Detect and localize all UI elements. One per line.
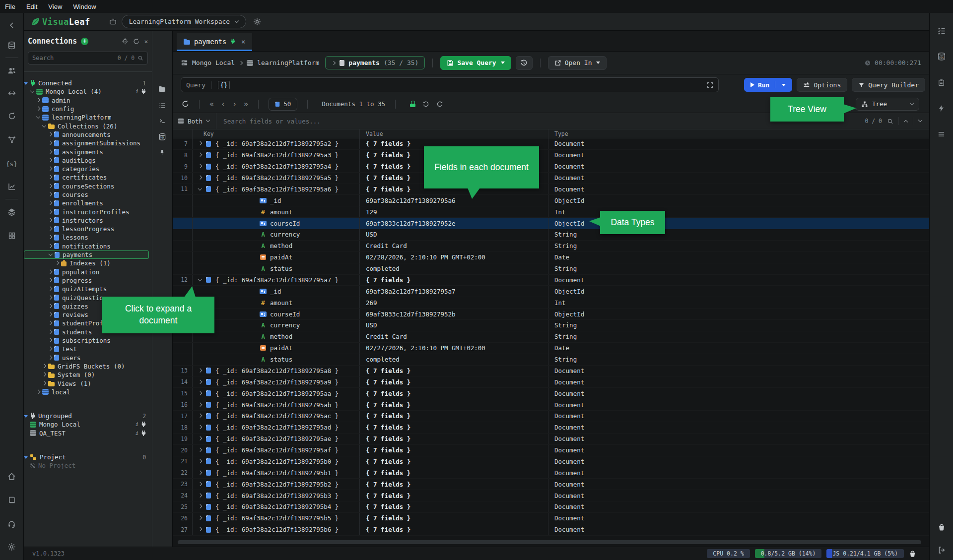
- tree-item[interactable]: admin i: [24, 96, 149, 105]
- next-match-button[interactable]: [918, 119, 922, 123]
- table-row[interactable]: 10 { _id: 69af38a2c12d7f13892795a5 } { 7…: [173, 173, 929, 184]
- tree-item[interactable]: users i: [24, 354, 149, 362]
- table-row[interactable]: 17 { _id: 69af38a2c12d7f13892795ac } { 7…: [173, 411, 929, 422]
- sidebar-search[interactable]: 0 / 0: [28, 52, 148, 64]
- table-row[interactable]: 25 { _id: 69af38a2c12d7f13892795b4 } { 7…: [173, 501, 929, 513]
- tree-expand-icon[interactable]: [36, 98, 40, 103]
- row-expand-icon[interactable]: [198, 380, 202, 384]
- row-expand-icon[interactable]: [198, 448, 202, 452]
- tree-item[interactable]: System (0) i: [24, 371, 149, 379]
- scripts-icon[interactable]: {s}: [0, 155, 24, 172]
- value-cell[interactable]: { 7 fields }: [360, 501, 548, 512]
- search-mode-dropdown[interactable]: Both: [173, 113, 216, 129]
- table-row[interactable]: 27 { _id: 69af38a2c12d7f13892795b6 } { 7…: [173, 524, 929, 536]
- row-expand-icon[interactable]: [198, 187, 202, 191]
- tree-expand-icon[interactable]: [24, 81, 28, 85]
- tree-expand-icon[interactable]: [48, 141, 52, 145]
- tree-expand-icon[interactable]: [36, 107, 40, 111]
- options-button[interactable]: Options: [797, 78, 847, 92]
- locate-icon[interactable]: [122, 38, 129, 45]
- tree-item[interactable]: notifications i: [24, 242, 149, 250]
- last-page-button[interactable]: »: [244, 100, 248, 109]
- table-row[interactable]: amount 129 Int: [173, 206, 929, 218]
- value-cell[interactable]: { 7 fields }: [360, 445, 548, 456]
- tree-item[interactable]: payments i: [24, 250, 149, 259]
- tree-item[interactable]: Mongo Local (4) i: [24, 87, 149, 96]
- tree-expand-icon[interactable]: [48, 270, 52, 274]
- row-expand-icon[interactable]: [198, 494, 202, 498]
- tree-item[interactable]: lessons i: [24, 233, 149, 242]
- tree-expand-icon[interactable]: [48, 330, 52, 334]
- tree-expand-icon[interactable]: [48, 201, 52, 205]
- collection-box[interactable]: payments (35 / 35): [325, 56, 425, 69]
- sync-icon[interactable]: [0, 108, 24, 124]
- tree-expand-icon[interactable]: [48, 184, 52, 188]
- table-row[interactable]: currency USD String: [173, 320, 929, 331]
- column-type[interactable]: Type: [548, 130, 929, 137]
- schema-icon[interactable]: [0, 131, 24, 148]
- row-expand-icon[interactable]: [198, 516, 202, 520]
- value-cell[interactable]: { 7 fields }: [360, 434, 548, 444]
- tree-expand-icon[interactable]: [42, 124, 46, 128]
- value-cell[interactable]: 269: [360, 297, 548, 308]
- tree-item[interactable]: courseSections i: [24, 182, 149, 190]
- table-row[interactable]: paidAt 02/27/2026, 2:10:10 PM GMT+02:00 …: [173, 343, 929, 354]
- tree-item[interactable]: No Project i: [24, 461, 149, 470]
- table-row[interactable]: 9 { _id: 69af38a2c12d7f13892795a4 } { 7 …: [173, 161, 929, 173]
- menu-view[interactable]: View: [48, 3, 62, 10]
- tree-item[interactable]: Collections (26) i: [24, 122, 149, 130]
- table-search-input[interactable]: [216, 118, 865, 125]
- query-input-box[interactable]: Query {}: [181, 77, 719, 92]
- sql-icon[interactable]: [158, 133, 166, 141]
- home-icon[interactable]: [0, 468, 24, 485]
- logs-icon[interactable]: [930, 121, 953, 147]
- row-expand-icon[interactable]: [198, 527, 202, 532]
- tree-item[interactable]: categories i: [24, 165, 149, 173]
- value-cell[interactable]: { 7 fields }: [360, 411, 548, 422]
- table-row[interactable]: 12 { _id: 69af38a2c12d7f13892795a7 } { 7…: [173, 275, 929, 286]
- settings-icon[interactable]: [0, 538, 24, 555]
- tree-item[interactable]: instructors i: [24, 216, 149, 225]
- docs-icon[interactable]: [0, 492, 24, 508]
- tree-expand-icon[interactable]: [42, 381, 46, 386]
- value-cell[interactable]: { 7 fields }: [360, 513, 548, 524]
- tree-expand-icon[interactable]: [30, 89, 34, 94]
- tree-expand-icon[interactable]: [48, 218, 52, 223]
- tree-item[interactable]: learningPlatform i: [24, 113, 149, 122]
- collapse-sidebar-icon[interactable]: [0, 17, 24, 34]
- table-row[interactable]: 21 { _id: 69af38a2c12d7f13892795b0 } { 7…: [173, 456, 929, 468]
- tree-expand-icon[interactable]: [24, 414, 28, 418]
- column-value[interactable]: Value: [360, 129, 548, 138]
- sql-panel-icon[interactable]: [930, 44, 953, 69]
- breadcrumb-database[interactable]: learningPlatform: [257, 59, 319, 66]
- prev-page-button[interactable]: ‹: [221, 100, 225, 109]
- tab-payments[interactable]: payments ×: [177, 33, 252, 51]
- value-cell[interactable]: USD: [360, 229, 548, 240]
- table-row[interactable]: 20 { _id: 69af38a2c12d7f13892795af } { 7…: [173, 445, 929, 456]
- support-icon[interactable]: [0, 515, 24, 532]
- tree-item[interactable]: GridFS Buckets (0) i: [24, 362, 149, 371]
- clipboard-icon[interactable]: [930, 69, 953, 95]
- sidebar-search-input[interactable]: [32, 55, 115, 62]
- undo-icon[interactable]: [422, 101, 429, 108]
- table-row[interactable]: status completed String: [173, 354, 929, 366]
- tree-expand-icon[interactable]: [48, 167, 52, 171]
- query-builder-button[interactable]: Query Builder: [852, 78, 925, 92]
- tree-item[interactable]: test i: [24, 345, 149, 353]
- value-cell[interactable]: 69af3833c12d7f138927952b: [360, 309, 548, 319]
- page-size-box[interactable]: 50: [269, 98, 297, 111]
- table-row[interactable]: 22 { _id: 69af38a2c12d7f13892795b1 } { 7…: [173, 467, 929, 479]
- workspace-selector[interactable]: LearningPlatform Workspace: [122, 15, 247, 28]
- row-expand-icon[interactable]: [198, 403, 202, 407]
- table-row[interactable]: 19 { _id: 69af38a2c12d7f13892795ae } { 7…: [173, 434, 929, 445]
- tree-item[interactable]: local i: [24, 388, 149, 396]
- tree-item[interactable]: Project 0 i: [24, 453, 149, 461]
- tree-item[interactable]: Indexes (1) i: [24, 259, 149, 267]
- row-expand-icon[interactable]: [198, 141, 202, 146]
- first-page-button[interactable]: «: [209, 100, 214, 109]
- tree-expand-icon[interactable]: [36, 390, 40, 394]
- value-cell[interactable]: 129: [360, 206, 548, 217]
- value-cell[interactable]: USD: [360, 320, 548, 331]
- menu-file[interactable]: File: [5, 3, 15, 10]
- value-cell[interactable]: { 7 fields }: [360, 479, 548, 490]
